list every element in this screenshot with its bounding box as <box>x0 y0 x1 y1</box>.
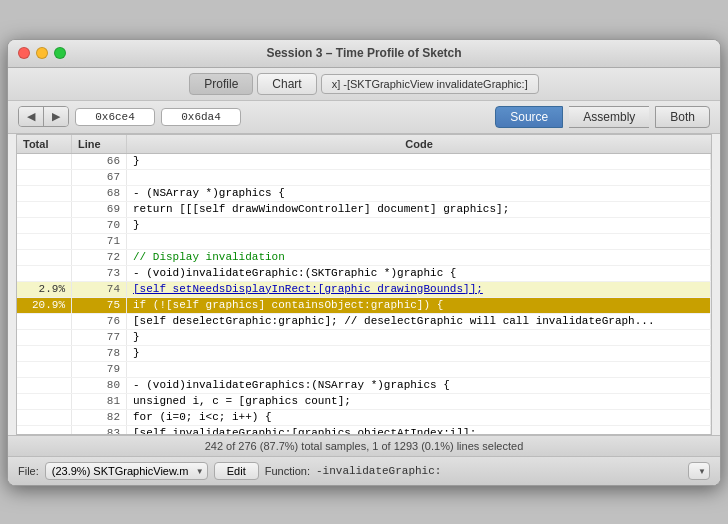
cell-code <box>127 234 711 249</box>
cell-code: unsigned i, c = [graphics count]; <box>127 394 711 409</box>
function-label: Function: <box>265 465 310 477</box>
tab-chart[interactable]: Chart <box>257 73 316 95</box>
address-2: 0x6da4 <box>161 108 241 126</box>
table-row[interactable]: 82 for (i=0; i<c; i++) { <box>17 410 711 426</box>
breadcrumb: x] -[SKTGraphicView invalidateGraphic:] <box>321 74 539 94</box>
cell-line: 67 <box>72 170 127 185</box>
table-row[interactable]: 77 } <box>17 330 711 346</box>
code-body[interactable]: 66}6768- (NSArray *)graphics {69 return … <box>17 154 711 434</box>
cell-code: } <box>127 218 711 233</box>
cell-total <box>17 186 72 201</box>
table-row[interactable]: 67 <box>17 170 711 186</box>
cell-total <box>17 410 72 425</box>
cell-total <box>17 266 72 281</box>
cell-line: 69 <box>72 202 127 217</box>
cell-line: 71 <box>72 234 127 249</box>
status-bar: 242 of 276 (87.7%) total samples, 1 of 1… <box>8 435 720 456</box>
table-row[interactable]: 71 <box>17 234 711 250</box>
cell-total <box>17 330 72 345</box>
cell-total <box>17 250 72 265</box>
cell-code: // Display invalidation <box>127 250 711 265</box>
table-row[interactable]: 2.9%74 [self setNeedsDisplayInRect:[grap… <box>17 282 711 298</box>
nav-arrows: ◀ ▶ <box>18 106 69 127</box>
cell-code: } <box>127 154 711 169</box>
table-row[interactable]: 72// Display invalidation <box>17 250 711 266</box>
cell-line: 78 <box>72 346 127 361</box>
cell-total <box>17 378 72 393</box>
function-select-wrapper[interactable] <box>688 462 710 480</box>
cell-total <box>17 218 72 233</box>
cell-code: [self setNeedsDisplayInRect:[graphic dra… <box>127 282 711 297</box>
cell-code: } <box>127 330 711 345</box>
cell-total <box>17 314 72 329</box>
cell-code: [self invalidateGraphic:[graphics object… <box>127 426 711 434</box>
source-button[interactable]: Source <box>495 106 563 128</box>
cell-code: - (NSArray *)graphics { <box>127 186 711 201</box>
file-label: File: <box>18 465 39 477</box>
function-select[interactable] <box>688 462 710 480</box>
table-row[interactable]: 83 [self invalidateGraphic:[graphics obj… <box>17 426 711 434</box>
forward-button[interactable]: ▶ <box>44 107 68 126</box>
cell-code: [self deselectGraphic:graphic]; // desel… <box>127 314 711 329</box>
function-value: -invalidateGraphic: <box>316 465 682 477</box>
assembly-button[interactable]: Assembly <box>569 106 649 128</box>
table-row[interactable]: 69 return [[[self drawWindowController] … <box>17 202 711 218</box>
file-select[interactable]: (23.9%) SKTGraphicView.m <box>45 462 208 480</box>
table-row[interactable]: 20.9%75 if (![self graphics] containsObj… <box>17 298 711 314</box>
table-row[interactable]: 79 <box>17 362 711 378</box>
cell-total: 20.9% <box>17 298 72 313</box>
both-button[interactable]: Both <box>655 106 710 128</box>
table-row[interactable]: 80- (void)invalidateGraphics:(NSArray *)… <box>17 378 711 394</box>
cell-total <box>17 202 72 217</box>
cell-code <box>127 362 711 377</box>
cell-code: return [[[self drawWindowController] doc… <box>127 202 711 217</box>
table-row[interactable]: 68- (NSArray *)graphics { <box>17 186 711 202</box>
status-text: 242 of 276 (87.7%) total samples, 1 of 1… <box>205 440 524 452</box>
cell-code: } <box>127 346 711 361</box>
nav-bar: ◀ ▶ 0x6ce4 0x6da4 Source Assembly Both <box>8 101 720 134</box>
table-row[interactable]: 66} <box>17 154 711 170</box>
cell-line: 72 <box>72 250 127 265</box>
cell-code: - (void)invalidateGraphics:(NSArray *)gr… <box>127 378 711 393</box>
maximize-button[interactable] <box>54 47 66 59</box>
cell-line: 68 <box>72 186 127 201</box>
cell-line: 66 <box>72 154 127 169</box>
tab-profile[interactable]: Profile <box>189 73 253 95</box>
cell-total <box>17 362 72 377</box>
cell-total <box>17 170 72 185</box>
window-title: Session 3 – Time Profile of Sketch <box>266 46 461 60</box>
cell-line: 77 <box>72 330 127 345</box>
cell-total <box>17 426 72 434</box>
table-row[interactable]: 76 [self deselectGraphic:graphic]; // de… <box>17 314 711 330</box>
back-button[interactable]: ◀ <box>19 107 44 126</box>
bottom-bar: File: (23.9%) SKTGraphicView.m Edit Func… <box>8 456 720 485</box>
cell-line: 81 <box>72 394 127 409</box>
table-row[interactable]: 70} <box>17 218 711 234</box>
header-code: Code <box>127 135 711 153</box>
file-select-wrapper[interactable]: (23.9%) SKTGraphicView.m <box>45 462 208 480</box>
titlebar: Session 3 – Time Profile of Sketch <box>8 40 720 68</box>
traffic-lights <box>18 47 66 59</box>
cell-line: 76 <box>72 314 127 329</box>
header-line: Line <box>72 135 127 153</box>
cell-line: 73 <box>72 266 127 281</box>
cell-total <box>17 154 72 169</box>
edit-button[interactable]: Edit <box>214 462 259 480</box>
cell-line: 79 <box>72 362 127 377</box>
cell-total <box>17 234 72 249</box>
cell-line: 75 <box>72 298 127 313</box>
code-table-header: Total Line Code <box>17 135 711 154</box>
address-1: 0x6ce4 <box>75 108 155 126</box>
table-row[interactable]: 73- (void)invalidateGraphic:(SKTGraphic … <box>17 266 711 282</box>
table-row[interactable]: 81 unsigned i, c = [graphics count]; <box>17 394 711 410</box>
close-button[interactable] <box>18 47 30 59</box>
cell-line: 80 <box>72 378 127 393</box>
header-total: Total <box>17 135 72 153</box>
cell-code <box>127 170 711 185</box>
cell-total: 2.9% <box>17 282 72 297</box>
tab-toolbar: Profile Chart x] -[SKTGraphicView invali… <box>8 68 720 101</box>
cell-line: 74 <box>72 282 127 297</box>
cell-total <box>17 394 72 409</box>
table-row[interactable]: 78} <box>17 346 711 362</box>
minimize-button[interactable] <box>36 47 48 59</box>
